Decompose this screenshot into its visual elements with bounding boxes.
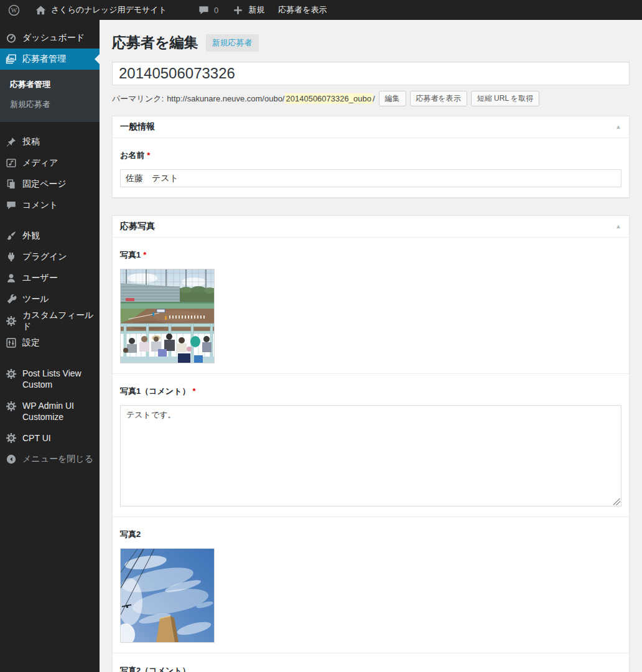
- home-icon: [35, 4, 47, 16]
- sidebar-item-tools[interactable]: ツール: [0, 289, 100, 310]
- dashboard-icon: [5, 32, 17, 44]
- sidebar-item-comments[interactable]: コメント: [0, 195, 100, 216]
- sidebar-item-post-lists-view-custom[interactable]: Post Lists View Custom: [0, 363, 100, 395]
- photo1-label: 写真1*: [120, 250, 621, 261]
- comment-bubble-icon: [198, 4, 210, 16]
- view-post-link[interactable]: 応募者を表示: [271, 0, 333, 20]
- sidebar-item-dashboard[interactable]: ダッシュボード: [0, 27, 100, 49]
- settings-icon: [5, 337, 17, 349]
- menu-separator: [0, 122, 100, 131]
- wordpress-logo-menu[interactable]: [0, 0, 28, 20]
- sidebar-item-users[interactable]: ユーザー: [0, 268, 100, 289]
- permalink-url-suffix: /: [373, 94, 375, 103]
- add-new-button[interactable]: 新規応募者: [206, 34, 259, 52]
- main-content: 応募者を編集 新規応募者 パーマリンク: http://sakunare.neu…: [100, 20, 642, 672]
- general-info-metabox: 一般情報 ▲ お名前*: [112, 116, 630, 198]
- sidebar-item-appearance[interactable]: 外観: [0, 225, 100, 246]
- photo1-thumbnail-baseball-stadium[interactable]: [120, 269, 215, 363]
- comment-icon: [5, 199, 17, 212]
- applicant-submenu: 応募者管理 新規応募者: [0, 70, 100, 122]
- get-shortlink-button[interactable]: 短縮 URL を取得: [471, 91, 540, 106]
- photos-metabox: 応募写真 ▲ 写真1*: [112, 215, 630, 672]
- photo2-field-row: 写真2: [113, 516, 629, 653]
- gear-icon: [5, 315, 17, 327]
- site-name-link[interactable]: さくらのナレッジ用デモサイト: [28, 0, 174, 20]
- name-field-label: お名前*: [120, 150, 621, 161]
- sidebar-item-cpt-ui[interactable]: CPT UI: [0, 427, 100, 449]
- sidebar-item-pages[interactable]: 固定ページ: [0, 174, 100, 195]
- photo2-thumbnail-blue-sky[interactable]: [120, 548, 215, 643]
- sidebar-item-collapse-menu[interactable]: メニューを閉じる: [0, 449, 100, 470]
- metabox-title: 応募写真: [120, 221, 155, 232]
- plug-icon: [5, 251, 17, 263]
- permalink-label: パーマリンク:: [112, 93, 164, 105]
- metabox-title: 一般情報: [120, 121, 155, 133]
- required-mark: *: [143, 250, 146, 259]
- brush-icon: [5, 230, 17, 242]
- sidebar-item-media[interactable]: メディア: [0, 152, 100, 174]
- comment-count: 0: [214, 6, 218, 15]
- submenu-item-new-applicant[interactable]: 新規応募者: [0, 95, 100, 114]
- edit-permalink-button[interactable]: 編集: [379, 91, 406, 106]
- comments-link[interactable]: 0: [191, 0, 225, 20]
- sidebar-item-wp-admin-ui-customize[interactable]: WP Admin UI Customize: [0, 395, 100, 427]
- photos-metabox-header[interactable]: 応募写真 ▲: [113, 216, 629, 238]
- gear-icon: [5, 400, 17, 413]
- page-title: 応募者を編集: [112, 34, 198, 52]
- admin-sidebar: ダッシュボード 応募者管理 応募者管理 新規応募者 投稿 メディア 固定ページ …: [0, 20, 100, 672]
- media-icon: [5, 157, 17, 169]
- required-mark: *: [192, 386, 195, 396]
- gear-icon: [5, 432, 17, 444]
- new-content-label: 新規: [248, 4, 264, 16]
- sidebar-item-applicant-management[interactable]: 応募者管理: [0, 49, 100, 70]
- site-name: さくらのナレッジ用デモサイト: [51, 4, 167, 16]
- view-applicant-button[interactable]: 応募者を表示: [410, 91, 467, 106]
- wordpress-logo-icon: [8, 4, 20, 16]
- post-title-input[interactable]: [112, 62, 630, 85]
- submenu-item-applicant-list[interactable]: 応募者管理: [0, 75, 100, 95]
- plus-icon: [232, 4, 244, 16]
- sidebar-item-custom-fields[interactable]: カスタムフィールド: [0, 310, 100, 332]
- photo1-comment-label: 写真1（コメント）*: [120, 386, 621, 397]
- photo1-field-row: 写真1*: [113, 238, 629, 373]
- permalink-url-prefix: http://sakunare.neuve.com/oubo/: [167, 94, 284, 103]
- sidebar-item-settings[interactable]: 設定: [0, 332, 100, 353]
- name-input[interactable]: [120, 169, 621, 187]
- required-mark: *: [147, 151, 150, 160]
- photo2-comment-field-row: 写真2（コメント） テストです。: [113, 653, 629, 672]
- wrench-icon: [5, 293, 17, 306]
- images-icon: [5, 53, 17, 65]
- collapse-icon: [5, 453, 17, 465]
- gear-icon: [5, 368, 17, 380]
- photo2-label: 写真2: [120, 529, 621, 540]
- name-field-row: お名前*: [113, 138, 629, 197]
- collapse-arrow-icon[interactable]: ▲: [615, 124, 621, 130]
- menu-separator: [0, 216, 100, 225]
- new-content-link[interactable]: 新規: [225, 0, 271, 20]
- permalink-slug[interactable]: 20140506073326_oubo: [285, 93, 373, 104]
- textarea-resize-handle[interactable]: [613, 498, 620, 505]
- sidebar-item-plugins[interactable]: プラグイン: [0, 246, 100, 268]
- view-post-label: 応募者を表示: [278, 4, 327, 16]
- collapse-arrow-icon[interactable]: ▲: [615, 223, 621, 230]
- admin-bar: さくらのナレッジ用デモサイト 0 新規 応募者を表示: [0, 0, 642, 20]
- user-icon: [5, 272, 17, 284]
- photo1-comment-field-row: 写真1（コメント）* テストです。: [113, 373, 629, 516]
- general-info-metabox-header[interactable]: 一般情報 ▲: [113, 116, 629, 138]
- photo2-comment-label: 写真2（コメント）: [120, 665, 621, 672]
- pushpin-icon: [5, 136, 17, 148]
- photo1-comment-textarea[interactable]: テストです。: [120, 405, 621, 506]
- pages-icon: [5, 178, 17, 190]
- sidebar-item-posts[interactable]: 投稿: [0, 131, 100, 152]
- menu-separator: [0, 353, 100, 363]
